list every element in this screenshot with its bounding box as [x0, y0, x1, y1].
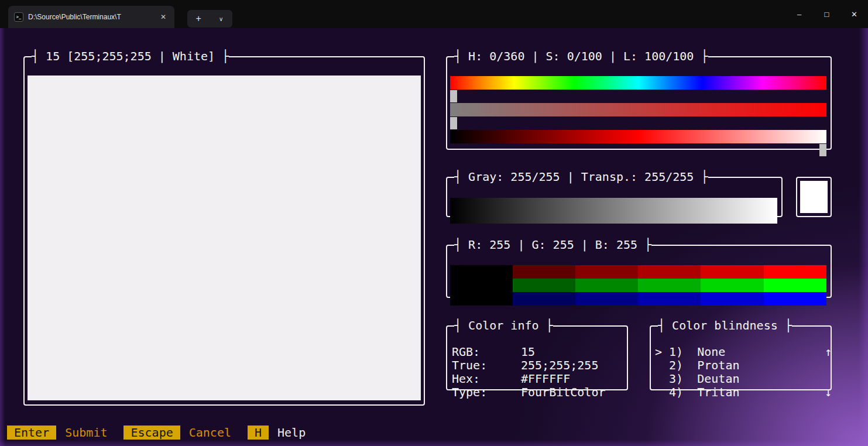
saturation-slider-bar[interactable] — [450, 103, 826, 116]
color-blindness-box: Color blindness > 1) None 2) Protan 3) D… — [650, 319, 832, 390]
lightness-slider-bar[interactable] — [450, 130, 826, 143]
color-preview-box: 15 [255;255;255 | White] — [23, 50, 425, 406]
window-controls: – □ ✕ — [785, 0, 868, 28]
close-button[interactable]: ✕ — [840, 0, 868, 28]
hsl-title: H: 0/360 | S: 0/100 | L: 100/100 — [454, 50, 708, 63]
list-item-deutan[interactable]: 3) Deutan — [655, 372, 816, 386]
help-action-label: Help — [277, 426, 306, 440]
rgb-title: R: 255 | G: 255 | B: 255 — [454, 238, 651, 252]
keybinding-help[interactable]: H Help — [248, 426, 306, 440]
titlebar[interactable]: >_ D:\Source\Public\Terminaux\T ✕ + ∨ – … — [0, 0, 868, 28]
info-row-hex: Hex:#FFFFFF — [452, 372, 625, 386]
keybinding-submit[interactable]: Enter Submit — [7, 426, 107, 440]
lightness-slider-track[interactable] — [450, 143, 826, 157]
gray-transparency-title: Gray: 255/255 | Transp.: 255/255 — [454, 170, 708, 184]
hsl-sliders-box: H: 0/360 | S: 0/100 | L: 100/100 — [446, 50, 832, 150]
list-item-none[interactable]: > 1) None — [655, 345, 816, 359]
color-preview-title: 15 [255;255;255 | White] — [32, 50, 229, 63]
green-slider-bar[interactable] — [450, 279, 826, 292]
transparency-slider-bar[interactable] — [450, 211, 777, 224]
new-tab-button[interactable]: + — [187, 10, 210, 28]
saturation-slider-track[interactable] — [450, 116, 826, 130]
saturation-slider-handle[interactable] — [450, 117, 457, 129]
gray-transparency-box: Gray: 255/255 | Transp.: 255/255 — [446, 170, 783, 217]
list-item-protan[interactable]: 2) Protan — [655, 359, 816, 372]
hue-slider-handle[interactable] — [450, 90, 457, 102]
escape-key-badge[interactable]: Escape — [123, 426, 180, 440]
color-info-title: Color info — [454, 319, 553, 332]
info-row-rgb: RGB:15 — [452, 345, 625, 359]
rgb-sliders-box: R: 255 | G: 255 | B: 255 — [446, 238, 832, 298]
terminal-window: >_ D:\Source\Public\Terminaux\T ✕ + ∨ – … — [0, 0, 868, 446]
current-color-swatch — [800, 181, 828, 213]
arrow-down-icon[interactable]: ↓ — [825, 386, 832, 399]
hue-slider-track[interactable] — [450, 90, 826, 103]
submit-action-label: Submit — [65, 426, 107, 440]
terminal-tab[interactable]: >_ D:\Source\Public\Terminaux\T ✕ — [8, 6, 174, 28]
info-row-type: Type:FourBitColor — [452, 386, 625, 399]
arrow-up-icon[interactable]: ↑ — [825, 345, 832, 359]
keybinding-cancel[interactable]: Escape Cancel — [123, 426, 231, 440]
color-blindness-list: > 1) None 2) Protan 3) Deutan 4) Tritan — [655, 345, 816, 399]
tab-close-icon[interactable]: ✕ — [158, 12, 169, 22]
list-item-tritan[interactable]: 4) Tritan — [655, 386, 816, 399]
tab-title: D:\Source\Public\Terminaux\T — [28, 13, 153, 21]
chevron-down-icon[interactable]: ∨ — [210, 10, 233, 28]
terminal-icon: >_ — [14, 12, 23, 22]
keybindings-bar: Enter Submit Escape Cancel H Help — [7, 426, 306, 440]
enter-key-badge[interactable]: Enter — [7, 426, 56, 440]
maximize-button[interactable]: □ — [813, 0, 840, 28]
minimize-button[interactable]: – — [785, 0, 813, 28]
cancel-action-label: Cancel — [189, 426, 231, 440]
hue-slider-bar[interactable] — [450, 76, 826, 90]
color-blindness-title: Color blindness — [658, 319, 792, 332]
info-row-true: True:255;255;255 — [452, 359, 625, 372]
current-color-swatch-box — [796, 177, 832, 217]
terminal-screen: 15 [255;255;255 | White] H: 0/360 | S: 0… — [0, 28, 868, 446]
gray-slider-bar[interactable] — [450, 198, 777, 211]
lightness-slider-handle[interactable] — [819, 144, 826, 156]
red-slider-bar[interactable] — [450, 265, 826, 279]
color-info-rows: RGB:15 True:255;255;255 Hex:#FFFFFF Type… — [452, 345, 625, 399]
new-tab-group: + ∨ — [187, 10, 232, 28]
h-key-badge[interactable]: H — [248, 426, 269, 440]
color-info-box: Color info RGB:15 True:255;255;255 Hex:#… — [446, 319, 628, 390]
color-preview-area — [28, 76, 421, 400]
blue-slider-bar[interactable] — [450, 292, 826, 306]
